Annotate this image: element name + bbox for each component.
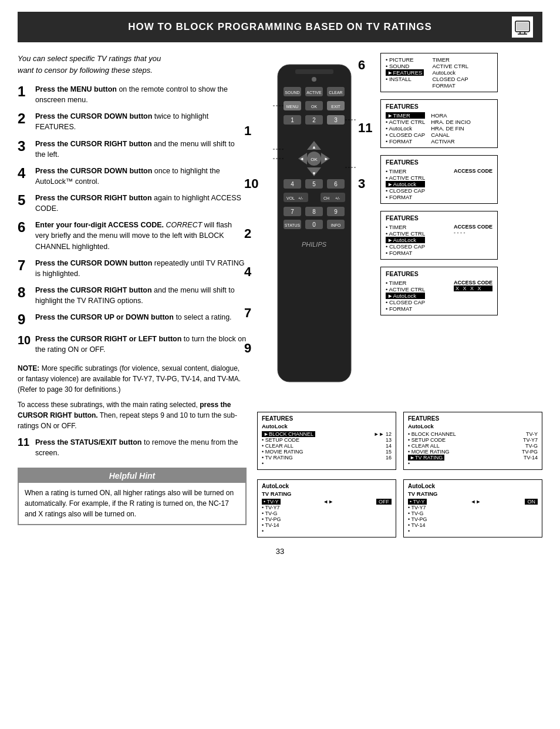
step-6-num: 6 [18, 220, 31, 251]
menu-screen-1: • PICTURE • SOUND ►FEATURES • INSTALL TI… [380, 53, 498, 92]
step-4-num: 4 [18, 166, 31, 187]
step-3-text: Press the CURSOR RIGHT button and the me… [35, 139, 247, 160]
ar-tv-rating: ►TV RATING TV-14 [408, 455, 538, 461]
menu3-format: • FORMAT [386, 194, 425, 200]
step-10-num: 10 [18, 334, 31, 355]
tv-rating-label: • TV RATING [262, 455, 293, 461]
menu-screen-2: FEATURES ►TIMER • ACTIVE CTRL • AutoLock… [380, 99, 498, 148]
menu4-items: • TIMER • ACTIVE CTRL ►AutoLock • CLOSED… [386, 224, 425, 256]
step-8-text: Press the CURSOR RIGHT button and the me… [35, 285, 247, 306]
step-7-num: 7 [18, 258, 31, 279]
menu4-title: FEATURES [386, 214, 492, 221]
step-6-text: Enter your four-digit ACCESS CODE. CORRE… [35, 220, 247, 251]
page-title: How to Block Programming Based on TV Rat… [128, 21, 431, 33]
ar-setup-label: • SETUP CODE [408, 437, 446, 443]
menu3-access-label: ACCESS CODE [454, 168, 492, 174]
svg-text:+/-: +/- [335, 196, 340, 200]
svg-text:►: ► [324, 156, 329, 162]
menu3-title: FEATURES [386, 159, 492, 166]
menu1-right-active: ACTIVE CTRL [432, 63, 468, 69]
main-content: You can select specific TV ratings that … [18, 53, 542, 537]
block-channel-label: ►BLOCK CHANNEL [262, 431, 315, 437]
step-3-num: 3 [18, 139, 31, 160]
menu4-format: • FORMAT [386, 250, 425, 256]
menu1-right-closed: CLOSED CAP [432, 76, 468, 82]
menu1-left: • PICTURE • SOUND ►FEATURES • INSTALL [386, 56, 424, 89]
step-2-num: 2 [18, 111, 31, 132]
steps-list: 1 Press the MENU button on the remote co… [18, 84, 247, 355]
step-5: 5 Press the CURSOR RIGHT button again to… [18, 193, 247, 214]
note-box: NOTE: More specific subratings (for viol… [18, 363, 247, 431]
tv-rating-panel-off: AutoLock TV RATING • TV-Y ◄► OFF • TV-Y7… [257, 479, 396, 537]
ar-movie-label: • MOVIE RATING [408, 449, 450, 455]
svg-text:ACTIVE: ACTIVE [306, 90, 322, 95]
svg-text:6: 6 [334, 181, 338, 187]
tv-dot-off: • [262, 528, 392, 534]
step-4-text: Press the CURSOR DOWN button once to hig… [35, 166, 247, 187]
note-text-1: NOTE: More specific subratings (for viol… [18, 363, 247, 395]
step-9-num: 9 [18, 312, 31, 327]
svg-text:OK: OK [311, 157, 318, 162]
tv-y7-on: • TV-Y7 [408, 505, 538, 510]
autolock-panel-left-sub: AutoLock [262, 423, 392, 429]
tv-y7-off: • TV-Y7 [262, 505, 392, 510]
helpful-hint-title: Helpful Hint [19, 469, 245, 483]
svg-text:0: 0 [312, 221, 316, 228]
tv-y-on-label: • TV-Y [408, 499, 427, 505]
tv-14-on: • TV-14 [408, 522, 538, 528]
menu2-closed: • CLOSED CAP [386, 132, 425, 138]
svg-text:2: 2 [312, 117, 316, 123]
step-9: 9 Press the CURSOR UP or DOWN button to … [18, 312, 247, 327]
step-label-7: 7 [244, 305, 251, 321]
svg-text:OK: OK [311, 105, 317, 109]
ar-setup-code: • SETUP CODE TV-Y7 [408, 437, 538, 443]
menu2-title: FEATURES [386, 103, 492, 110]
svg-rect-6 [295, 69, 333, 74]
tv-rating-panels: AutoLock TV RATING • TV-Y ◄► OFF • TV-Y7… [257, 479, 542, 537]
svg-text:VOL: VOL [286, 196, 295, 200]
step-6: 6 Enter your four-digit ACCESS CODE. COR… [18, 220, 247, 251]
svg-text:8: 8 [312, 209, 316, 215]
step-1: 1 Press the MENU button on the remote co… [18, 84, 247, 105]
menu5-format: • FORMAT [386, 305, 425, 312]
menu2-activar: ACTIVAR [431, 138, 471, 145]
menu5-title: FEATURES [386, 270, 492, 277]
clear-all-label: • CLEAR ALL [262, 443, 294, 449]
tv-y-on-badge: ON [525, 499, 538, 505]
tv-rating-num: 16 [386, 455, 392, 461]
svg-text:7: 7 [291, 209, 294, 215]
svg-text:+/-: +/- [298, 196, 303, 200]
intro-line1: You can select specific TV ratings that … [18, 54, 161, 63]
menu5-content: • TIMER • ACTIVE CTRL ►AutoLock • CLOSED… [386, 280, 492, 312]
tv-rating-on-items: • TV-Y ◄► ON • TV-Y7 • TV-G • TV-PG • TV… [408, 499, 538, 534]
menu1-right-timer: TIMER [432, 56, 468, 63]
step-10: 10 Press the CURSOR RIGHT or LEFT button… [18, 334, 247, 355]
ar-clear-label: • CLEAR ALL [408, 443, 440, 449]
diagram-wrapper: 6 1 11 10 3 2 4 7 9 [257, 53, 542, 401]
step-2-text: Press the CURSOR DOWN button twice to hi… [35, 111, 247, 132]
step-label-9: 9 [244, 341, 251, 356]
autolock-block-channel: ►BLOCK CHANNEL ►► 12 [262, 431, 392, 437]
autolock-setup-code: • SETUP CODE 13 [262, 437, 392, 443]
tv-rating-on-title: AutoLock [408, 483, 538, 489]
autolock-panel-right-sub: AutoLock [408, 423, 538, 429]
step-4: 4 Press the CURSOR DOWN button once to h… [18, 166, 247, 187]
ar-block-label: • BLOCK CHANNEL [408, 431, 456, 437]
menu2-incio: HRA. DE INCIO [431, 119, 471, 125]
autolock-movie-rating: • MOVIE RATING 15 [262, 449, 392, 455]
header-icon [512, 16, 533, 38]
autolock-panel-left-title: FEATURES [262, 415, 392, 422]
menu1-item-install: • INSTALL [386, 76, 424, 82]
step-10-text: Press the CURSOR RIGHT or LEFT button to… [35, 334, 247, 355]
menu5-right: ACCESS CODE X X X X [454, 280, 492, 312]
svg-rect-1 [517, 22, 528, 31]
menu4-autolock: ►AutoLock [386, 237, 425, 243]
tv-g-on: • TV-G [408, 510, 538, 516]
menu4-timer: • TIMER [386, 224, 425, 230]
intro-line2: want to censor by following these steps. [18, 66, 153, 75]
page-number: 33 [18, 547, 542, 556]
tv-rating-panel-on: AutoLock TV RATING • TV-Y ◄► ON • TV-Y7 … [403, 479, 542, 537]
svg-text:▼: ▼ [312, 171, 316, 176]
tv-pg-off: • TV-PG [262, 516, 392, 522]
menu5-access-label: ACCESS CODE [454, 280, 492, 285]
